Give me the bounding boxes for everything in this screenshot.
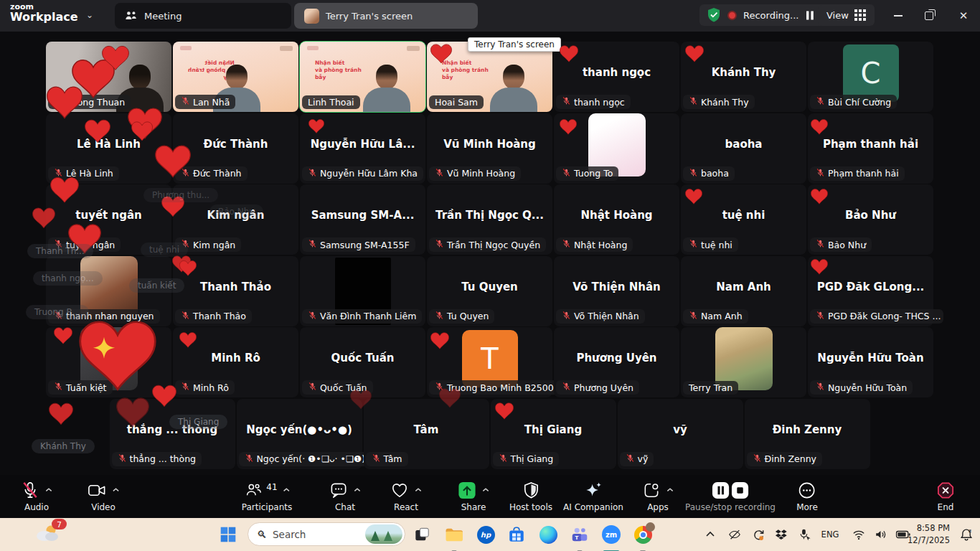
view-button[interactable]: View (818, 4, 875, 26)
participant-tile[interactable]: Nam AnhNam Anh (681, 256, 806, 326)
chevron-up-icon[interactable] (666, 487, 674, 493)
participant-name: tuệ nhi (681, 209, 806, 222)
maximize-restore-button[interactable] (918, 6, 940, 26)
tray-dropbox-icon[interactable] (771, 524, 792, 545)
participant-tile[interactable]: Đức ThànhĐức Thành (173, 113, 298, 184)
toolbar-apps-button[interactable]: Apps (642, 479, 674, 512)
participant-tile[interactable]: Khánh ThyKhánh Thy (681, 42, 806, 112)
chevron-down-icon[interactable]: ⌄ (86, 10, 93, 20)
toolbar-record-button[interactable]: Pause/stop recording (685, 479, 776, 512)
participant-tile[interactable]: Lê Hà LinhLê Hà Linh (46, 113, 171, 184)
participant-tile[interactable]: Quốc TuấnQuốc Tuấn (300, 327, 425, 397)
tray-bell-icon[interactable]: z (956, 524, 977, 545)
participant-tile[interactable]: Samsung SM-A...Samsung SM-A155F (300, 184, 425, 255)
toolbar-react-button[interactable]: React (390, 479, 423, 512)
participant-tile[interactable]: CBùi Chí Cường (808, 42, 933, 112)
participant-name-label: Lan Nhã (175, 95, 235, 109)
toolbar-participants-button[interactable]: 41Participants (242, 479, 293, 512)
toolbar-ai-companion-button[interactable]: AI Companion (563, 479, 623, 512)
taskbar-store-icon[interactable] (504, 523, 529, 546)
tab-meeting[interactable]: Meeting (115, 3, 291, 29)
security-shield-icon[interactable] (707, 7, 721, 23)
mic-muted-icon (562, 382, 571, 393)
toolbar-audio-button[interactable]: Audio (21, 479, 53, 512)
taskbar-zoom-icon[interactable]: zm (599, 523, 623, 546)
taskbar-explorer-icon[interactable] (442, 523, 466, 546)
close-button[interactable]: ✕ (953, 6, 974, 26)
taskbar-edge-icon[interactable] (536, 523, 560, 546)
participant-name-label: thẳng ... thòng (112, 452, 202, 466)
taskbar-hp-icon[interactable]: hp (473, 523, 498, 546)
participant-tile[interactable]: thanh ngọcthanh ngọc (554, 42, 679, 112)
participant-tile[interactable]: thẳng ... thòngthẳng ... thòng (110, 399, 235, 469)
participant-tile[interactable]: Võ Thiện NhânVõ Thiện Nhân (554, 256, 679, 326)
chat-icon (329, 481, 349, 500)
tray-volume-icon[interactable] (870, 524, 891, 545)
toolbar-end-button[interactable]: End (936, 479, 956, 512)
participant-tile[interactable]: Tuong To (554, 113, 679, 184)
chevron-up-icon[interactable] (415, 487, 423, 493)
participant-tile[interactable]: Vuong Thuan (46, 42, 171, 112)
chevron-up-icon[interactable] (283, 487, 291, 493)
tray-sync-icon[interactable] (748, 524, 769, 545)
participant-tile[interactable]: Nhận biếtvà phòng tránhbẫyHoai Sam (427, 42, 552, 112)
participant-tile[interactable]: Vũ Minh HoàngVũ Minh Hoàng (427, 113, 552, 184)
participant-tile[interactable]: Nhận biếtvà phòng tránhbẫyLan Nhã (173, 42, 298, 112)
participant-tile[interactable]: Tu QuyenTu Quyen (427, 256, 552, 326)
participant-tile[interactable]: Nhận biếtvà phòng tránhbẫyLinh Thoai (300, 42, 425, 112)
reaction-sender-pill: tuệ nhi (141, 242, 188, 257)
taskbar-start-icon[interactable] (216, 523, 240, 546)
participant-tile[interactable]: Minh RôMinh Rô (173, 327, 298, 397)
toolbar-chat-button[interactable]: Chat (329, 479, 362, 512)
participant-tile[interactable]: Thị GiangThị Giang (491, 399, 616, 469)
participant-tile[interactable]: Đinh ZennyĐinh Zenny (745, 399, 870, 469)
tray-hidden-eye-icon[interactable] (724, 524, 745, 545)
participant-tile[interactable]: TâmTâm (364, 399, 489, 469)
chevron-up-icon[interactable] (45, 487, 53, 493)
tray-battery-icon[interactable] (892, 524, 914, 545)
taskbar-teams-icon[interactable]: T (567, 523, 592, 546)
participant-tile[interactable]: Nhật HoàngNhật Hoàng (554, 184, 679, 255)
taskbar-chrome-icon[interactable] (631, 523, 655, 546)
participant-name: baoha (681, 138, 806, 151)
toolbar-share-button[interactable]: Share (458, 479, 490, 512)
person-silhouette (485, 65, 542, 112)
tray-mic-pointer-icon[interactable] (793, 524, 815, 545)
participant-tile[interactable]: Phương UyênPhương Uyên (554, 327, 679, 397)
chevron-up-icon[interactable] (354, 487, 362, 493)
tray-chevron-up-icon[interactable] (699, 524, 721, 545)
tab-terry-tran-screen[interactable]: Terry Tran's screen (294, 3, 478, 29)
toolbar-more-button[interactable]: More (796, 479, 818, 512)
participant-tile[interactable]: baohabaoha (681, 113, 806, 184)
participant-tile[interactable]: Văn Đình Thanh Liêm (300, 256, 425, 326)
pause-stop-icon (710, 481, 750, 500)
zoom-meeting-window: zoom Workplace ⌄ Meeting Terry Tran's sc… (0, 0, 980, 551)
minimize-button[interactable] (887, 6, 909, 26)
participant-tile[interactable]: Phạm thanh hảiPhạm thanh hải (808, 113, 933, 184)
toolbar-ai-companion-label: AI Companion (563, 502, 623, 512)
participant-tile[interactable]: Bảo NhưBảo Như (808, 184, 933, 255)
chevron-up-icon[interactable] (112, 487, 120, 493)
toolbar-video-button[interactable]: Video (87, 479, 120, 512)
taskbar-taskview-icon[interactable] (410, 523, 434, 546)
pause-recording-icon[interactable] (805, 10, 815, 21)
participant-tile[interactable]: Nguyễn Hữu ToànNguyễn Hữu Toàn (808, 327, 933, 397)
participant-tile[interactable]: tuệ nhituệ nhi (681, 184, 806, 255)
tray-lang-icon[interactable]: ENG (819, 524, 841, 545)
mic-muted-icon (626, 453, 635, 465)
taskbar-search[interactable]: 🔍︎ Search (248, 522, 405, 546)
chevron-up-icon[interactable] (482, 487, 490, 493)
tray-wifi-icon[interactable] (848, 524, 870, 545)
participant-name: Bảo Như (808, 209, 933, 222)
participant-tile[interactable]: vỹvỹ (618, 399, 743, 469)
participant-tile[interactable]: PGD Đăk GLong...PGD Đăk GLong- THCS ... (808, 256, 933, 326)
participant-tile[interactable]: Trần Thị Ngọc Q...Trần Thị Ngọc Quyền (427, 184, 552, 255)
weather-widget[interactable]: 7 (34, 523, 63, 546)
participant-tile[interactable]: Tuấn kiệt (46, 327, 171, 397)
participant-tile[interactable]: TTruong Bao Minh B2500... (427, 327, 552, 397)
participant-tile[interactable]: Ngọc yến(●•ᴗ•●)Ngọc yến(· ❶•❏ᴗ· •❏❶) (237, 399, 362, 469)
participant-tile[interactable]: Thanh ThảoThanh Thảo (173, 256, 298, 326)
participant-tile[interactable]: Nguyễn Hữu Lâ...Nguyễn Hữu Lâm Kha (300, 113, 425, 184)
participant-tile[interactable]: Terry Tran (681, 327, 806, 397)
toolbar-host-tools-button[interactable]: Host tools (509, 479, 552, 512)
